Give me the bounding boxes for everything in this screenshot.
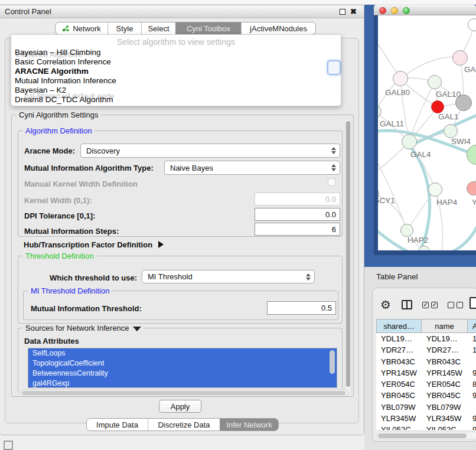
close-traffic-light-icon[interactable] — [379, 7, 386, 14]
threshold-definition-group: Threshold Definition Which threshold to … — [18, 256, 343, 324]
select-all-checkbox-icon[interactable]: ✓ — [431, 302, 438, 308]
network-canvas[interactable]: GALGAL80GAL10GAL1GAL11SWI4GAL4HAP4YGCY1H… — [378, 15, 476, 250]
column-header-name[interactable]: name — [422, 319, 468, 333]
network-node[interactable] — [428, 182, 442, 197]
data-attribute-item[interactable]: SelfLoops — [28, 348, 337, 358]
kernel-width-field[interactable]: 0.0 — [255, 193, 340, 206]
aracne-mode-combo[interactable]: Discovery — [80, 144, 340, 158]
sources-title-row[interactable]: Sources for Network Inference — [23, 324, 144, 332]
network-node[interactable] — [452, 50, 468, 66]
network-node[interactable] — [402, 134, 417, 149]
table-row[interactable]: YIL052C YIL052C 9. — [376, 424, 476, 430]
table-horizontal-scrollbar[interactable] — [376, 432, 476, 439]
data-attributes-list[interactable]: SelfLoops TopologicalCoefficient Between… — [28, 348, 337, 388]
table-row[interactable]: YPR145W YPR145W 9. — [376, 367, 476, 379]
tab-impute-data[interactable]: Impute Data — [87, 419, 148, 431]
data-attributes-label: Data Attributes — [24, 337, 79, 345]
hub-definition-toggle[interactable]: Hub/Transcription Factor Definition — [24, 240, 164, 249]
table-row[interactable]: YDR27… YDR27… 12 — [376, 344, 476, 356]
tab-jactivemnodules[interactable]: jActiveMNodules — [241, 22, 315, 34]
deselect-checkbox-icon[interactable] — [448, 302, 454, 308]
table-row[interactable]: YBR043C YBR043C — [376, 356, 476, 367]
algorithm-option-selected[interactable]: ARACNE Algorithm — [15, 67, 89, 76]
cell-shared-name: YDL19… — [376, 333, 422, 344]
zoom-traffic-light-icon[interactable] — [403, 7, 410, 14]
network-window-titlebar[interactable] — [374, 5, 476, 15]
algorithm-option[interactable]: Bayesian – Hill Climbing — [15, 48, 101, 57]
network-node-label: HAP4 — [436, 198, 457, 207]
tab-style[interactable]: Style — [107, 22, 141, 34]
settings-horizontal-scrollbar[interactable] — [20, 389, 348, 396]
network-node[interactable] — [428, 75, 442, 89]
float-window-icon[interactable] — [340, 9, 345, 15]
dpi-tolerance-field[interactable]: 0.0 — [255, 208, 340, 221]
document-icon[interactable] — [470, 297, 476, 309]
settings-horizontal-scrollbar-thumb[interactable] — [22, 391, 345, 395]
mi-algorithm-type-combo[interactable]: Naive Bayes — [164, 161, 340, 175]
panel-corner-icon[interactable] — [4, 441, 13, 450]
tab-discretize-data[interactable]: Discretize Data — [148, 419, 220, 431]
settings-vertical-scrollbar-thumb[interactable] — [346, 121, 350, 387]
algorithm-option[interactable]: Mutual Information Inference — [15, 76, 116, 86]
algorithm-option[interactable]: Bayesian – K2 — [15, 86, 66, 95]
expand-right-icon[interactable] — [158, 241, 164, 248]
cell-shared-name: YIL052C — [376, 424, 422, 430]
deselect-checkbox-icon[interactable] — [457, 302, 463, 308]
attributes-list-scrollbar-thumb[interactable] — [330, 350, 335, 374]
columns-icon[interactable] — [402, 300, 412, 309]
cell-value — [468, 402, 476, 413]
mi-steps-field[interactable]: 6 — [255, 223, 340, 236]
table-row[interactable]: YBR045C YBR045C 9. — [376, 390, 476, 401]
algorithm-placeholder: Select algorithm to view settings — [11, 37, 341, 47]
tab-cyni-toolbox[interactable]: Cyni Toolbox — [175, 22, 241, 34]
apply-button-label: Apply — [171, 402, 190, 411]
which-threshold-combo[interactable]: MI Threshold — [142, 270, 315, 283]
network-node-label: GAL10 — [436, 90, 461, 99]
cell-value: 9. — [468, 367, 476, 379]
mi-threshold-definition-group: MI Threshold Definition Mutual Informati… — [23, 291, 338, 320]
data-attribute-item[interactable]: TopologicalCoefficient — [28, 358, 337, 369]
algorithm-dropdown-popup: Inference Algorithm gal-filtered sif def… — [11, 34, 341, 106]
table-body[interactable]: YDL19… YDL19… 13 YDR27… YDR27… 12 YBR043… — [376, 333, 476, 430]
gear-icon[interactable]: ⚙ — [380, 298, 391, 312]
column-header-shared-name[interactable]: shared… — [376, 319, 422, 333]
cell-name: YBL079W — [422, 402, 468, 413]
mi-threshold-field[interactable]: 0.5 — [267, 301, 336, 315]
apply-button[interactable]: Apply — [159, 400, 201, 413]
tab-infer-network[interactable]: Infer Network — [220, 419, 278, 431]
network-node[interactable] — [393, 71, 408, 86]
minimize-traffic-light-icon[interactable] — [391, 7, 398, 14]
close-icon[interactable]: ✖ — [350, 7, 357, 16]
top-tab-bar: Network Style Select Cyni Toolbox jActiv… — [55, 22, 316, 35]
network-node[interactable] — [431, 100, 444, 113]
tab-network[interactable]: Network — [56, 22, 107, 34]
settings-vertical-scrollbar[interactable] — [345, 118, 351, 393]
algorithm-option[interactable]: Dream8 DC_TDC Algorithm — [15, 95, 113, 105]
table-row[interactable]: YDL19… YDL19… 13 — [376, 333, 476, 344]
control-panel-titlebar[interactable]: Control Panel ✖ — [0, 5, 364, 18]
collapse-down-icon[interactable] — [133, 327, 141, 331]
combo-stepper-icon — [330, 164, 340, 171]
cell-name: YDR27… — [422, 344, 468, 356]
table-row[interactable]: YER054C YER054C 8. — [376, 379, 476, 390]
table-horizontal-scrollbar-thumb[interactable] — [378, 433, 467, 438]
column-header-clipped[interactable]: A — [468, 319, 476, 333]
data-attribute-item[interactable]: gal4RGexp — [28, 379, 337, 388]
select-all-checkbox-icon[interactable]: ✓ — [422, 302, 429, 308]
tab-select[interactable]: Select — [141, 22, 175, 34]
manual-kernel-width-label: Manual Kernel Width Definition — [24, 180, 138, 188]
table-row[interactable]: YLR345W YLR345W 9. — [376, 413, 476, 424]
data-attribute-item[interactable]: BetweennessCentrality — [28, 369, 337, 379]
network-node[interactable] — [400, 224, 413, 237]
network-node[interactable] — [444, 124, 458, 138]
cell-value — [468, 356, 476, 367]
table-row[interactable]: YBL079W YBL079W — [376, 402, 476, 413]
manual-kernel-width-checkbox[interactable] — [328, 178, 335, 186]
cell-name: YBR045C — [422, 390, 468, 401]
algorithm-option[interactable]: Basic Correlation Inference — [15, 57, 111, 67]
cell-shared-name: YBR045C — [376, 390, 422, 401]
algorithm-definition-title: Algorithm Definition — [23, 126, 94, 135]
cell-shared-name: YER054C — [376, 379, 422, 390]
cell-shared-name: YBL079W — [376, 402, 422, 413]
cell-value: 9. — [468, 390, 476, 401]
